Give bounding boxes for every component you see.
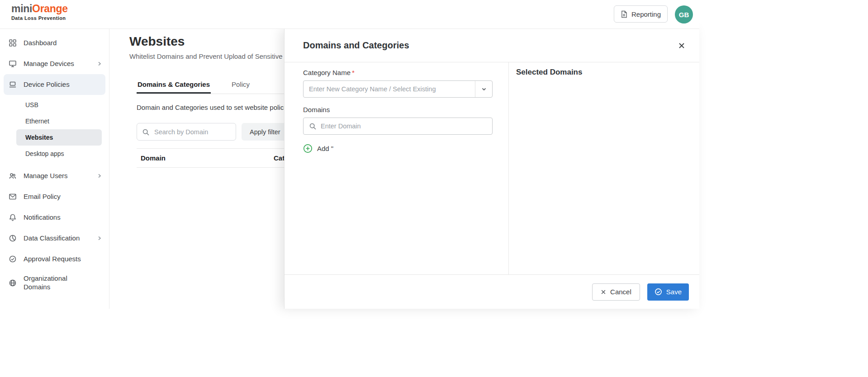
- sidebar-item-manage-users[interactable]: Manage Users: [0, 165, 109, 186]
- tab-domains-categories[interactable]: Domains & Categories: [137, 74, 211, 94]
- drawer-form: Category Name* Domains Add ": [303, 69, 493, 153]
- drawer-footer: Cancel Save: [285, 274, 699, 309]
- search-icon: [309, 123, 317, 132]
- monitor-icon: [8, 60, 17, 68]
- report-document-icon: [621, 10, 627, 18]
- sidebar-item-organizational-domains[interactable]: Organizational Domains: [0, 269, 109, 297]
- chevron-right-icon: [96, 61, 103, 67]
- brand-tagline: Data Loss Prevention: [11, 15, 68, 21]
- domains-categories-drawer: Domains and Categories Category Name* Do…: [284, 29, 699, 309]
- sidebar-item-approval-requests[interactable]: Approval Requests: [0, 249, 109, 269]
- category-input[interactable]: [304, 81, 492, 97]
- domain-search-box: [137, 123, 236, 141]
- sidebar-item-label: Dashboard: [24, 39, 103, 47]
- add-domain-button[interactable]: Add ": [303, 144, 333, 153]
- plus-circle-icon: [303, 144, 313, 153]
- category-select: [303, 80, 493, 98]
- cancel-label: Cancel: [610, 288, 631, 296]
- sidebar-item-manage-devices[interactable]: Manage Devices: [0, 53, 109, 74]
- cancel-button[interactable]: Cancel: [592, 283, 640, 301]
- required-asterisk: *: [352, 69, 355, 76]
- save-button[interactable]: Save: [647, 283, 689, 301]
- sidebar-item-data-classification[interactable]: Data Classification: [0, 228, 109, 249]
- sidebar-item-device-policies[interactable]: Device Policies: [4, 74, 105, 95]
- device-policies-submenu: USB Ethernet Websites Desktop apps: [0, 95, 109, 165]
- brand-wordmark: miniOrange: [11, 3, 68, 14]
- pie-chart-icon: [8, 234, 17, 242]
- sidebar-subitem-label: USB: [25, 101, 38, 108]
- envelope-icon: [8, 193, 17, 201]
- globe-icon: [8, 279, 17, 287]
- column-header-domain: Domain: [137, 154, 274, 162]
- sidebar-item-dashboard[interactable]: Dashboard: [0, 33, 109, 53]
- laptop-icon: [8, 80, 17, 89]
- top-header: miniOrange Data Loss Prevention Reportin…: [0, 0, 699, 29]
- cancel-x-icon: [601, 289, 606, 295]
- chevron-right-icon: [96, 173, 103, 179]
- page-subtitle: Whitelist Domains and Prevent Upload of …: [129, 52, 299, 60]
- chevron-right-icon: [96, 235, 103, 241]
- sidebar-item-label: Device Policies: [24, 80, 103, 89]
- selected-domains-title: Selected Domains: [516, 68, 582, 77]
- sidebar-item-label: Manage Users: [24, 172, 90, 180]
- brand-orange: Orange: [32, 3, 68, 14]
- save-check-icon: [655, 288, 662, 296]
- reporting-label: Reporting: [631, 10, 661, 18]
- sidebar-item-email-policy[interactable]: Email Policy: [0, 186, 109, 207]
- users-icon: [8, 172, 17, 180]
- sidebar-subitem-desktop-apps[interactable]: Desktop apps: [16, 146, 102, 162]
- drawer-title: Domains and Categories: [303, 40, 409, 51]
- sidebar-item-label: Approval Requests: [24, 255, 103, 264]
- close-icon[interactable]: [676, 40, 688, 52]
- domain-input[interactable]: [304, 118, 492, 134]
- domains-label: Domains: [303, 106, 493, 113]
- sidebar-subitem-ethernet[interactable]: Ethernet: [16, 113, 102, 129]
- sidebar-item-label: Manage Devices: [24, 60, 90, 68]
- filter-controls: Apply filter: [137, 123, 289, 141]
- sidebar-subitem-websites[interactable]: Websites: [16, 129, 102, 146]
- sidebar-item-label: Notifications: [24, 213, 103, 222]
- sidebar-item-label: Email Policy: [24, 193, 103, 201]
- save-label: Save: [666, 288, 682, 296]
- page-title: Websites: [129, 34, 185, 49]
- search-input[interactable]: [137, 123, 236, 140]
- drawer-header: Domains and Categories: [285, 29, 699, 62]
- chevron-down-icon[interactable]: [475, 81, 492, 97]
- drawer-divider: [508, 62, 509, 274]
- dashboard-icon: [8, 39, 17, 47]
- apply-filter-button[interactable]: Apply filter: [242, 123, 289, 141]
- bell-icon: [8, 213, 17, 221]
- sidebar: Dashboard Manage Devices Device Policies…: [0, 29, 109, 309]
- sidebar-subitem-usb[interactable]: USB: [16, 97, 102, 113]
- check-badge-icon: [8, 255, 17, 263]
- sidebar-subitem-label: Websites: [25, 134, 53, 141]
- brand-mini: mini: [11, 3, 32, 14]
- domain-input-box: [303, 118, 493, 135]
- sidebar-subitem-label: Ethernet: [25, 118, 49, 125]
- app-window: miniOrange Data Loss Prevention Reportin…: [0, 0, 699, 309]
- tab-policy[interactable]: Policy: [231, 74, 251, 94]
- search-icon: [142, 128, 150, 138]
- sidebar-subitem-label: Desktop apps: [25, 150, 64, 157]
- category-name-text: Category Name: [303, 69, 351, 76]
- reporting-button[interactable]: Reporting: [614, 5, 668, 23]
- add-domain-label: Add ": [317, 145, 333, 152]
- sidebar-item-notifications[interactable]: Notifications: [0, 207, 109, 228]
- category-name-label: Category Name*: [303, 69, 493, 76]
- sidebar-item-label: Organizational Domains: [24, 274, 73, 292]
- sidebar-item-label: Data Classification: [24, 234, 90, 243]
- section-description: Domain and Categories used to set websit…: [137, 104, 292, 111]
- brand-logo: miniOrange Data Loss Prevention: [11, 3, 68, 21]
- avatar[interactable]: GB: [675, 5, 693, 24]
